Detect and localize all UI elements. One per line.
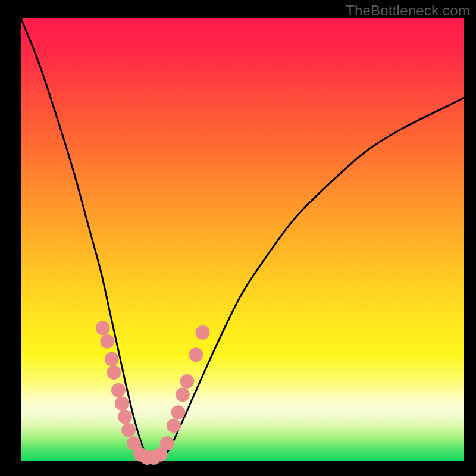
data-marker (96, 321, 110, 336)
data-marker (105, 352, 119, 367)
data-marker (107, 365, 121, 380)
marker-group (96, 321, 209, 465)
data-marker (100, 334, 114, 349)
data-marker (160, 436, 174, 450)
data-marker (180, 374, 194, 389)
watermark-text: TheBottleneck.com (346, 2, 470, 19)
data-marker (176, 387, 190, 402)
data-marker (111, 383, 126, 397)
chart-frame: TheBottleneck.com (0, 0, 476, 476)
data-marker (118, 410, 132, 424)
plot-area (21, 18, 464, 461)
data-marker (196, 325, 210, 340)
data-marker (121, 423, 136, 437)
data-marker (189, 347, 203, 362)
data-marker (167, 418, 181, 433)
data-marker (171, 405, 186, 419)
data-marker (115, 396, 129, 411)
bottleneck-curve (21, 18, 464, 461)
curve-layer (21, 18, 464, 461)
